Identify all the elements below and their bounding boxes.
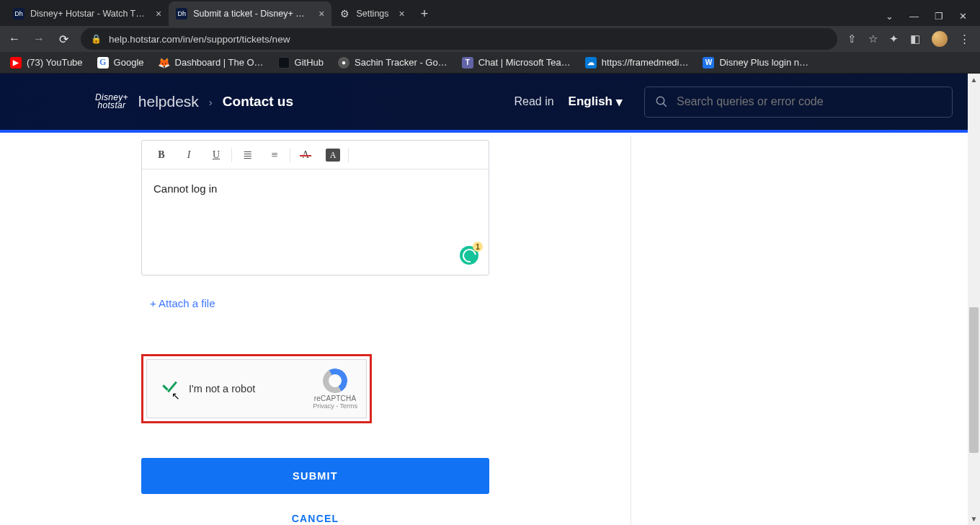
read-in-label: Read in [514,95,553,108]
language-selector[interactable]: English ▾ [569,94,623,110]
bookmark-google[interactable]: GGoogle [97,57,144,69]
underline-button[interactable]: U [202,149,230,161]
description-editor: B I U A A Cannot log in 1 [141,140,489,275]
helpdesk-label[interactable]: helpdesk [138,93,199,110]
new-tab-button[interactable]: + [412,1,437,26]
search-icon [655,95,668,108]
browser-tabs: Dh Disney+ Hotstar - Watch TV Shows × Dh… [6,1,873,26]
bookmark-teams[interactable]: TChat | Microsoft Tea… [462,57,571,69]
site-header: Disney+ hotstar helpdesk › Contact us Re… [0,74,980,133]
recaptcha-branding: reCAPTCHA Privacy - Terms [313,369,357,410]
fox-icon: 🦊 [159,57,170,69]
scroll-down-button[interactable]: ▼ [968,513,980,525]
toolbar-separator [348,148,349,162]
w-icon: W [703,57,714,69]
bookmark-tracker[interactable]: ●Sachin Tracker - Go… [338,57,447,69]
grammarly-badge: 1 [473,242,483,252]
tab-favicon: Dh [176,8,187,19]
github-icon [278,57,290,69]
editor-textarea[interactable]: Cannot log in 1 [142,169,489,275]
bookmark-dashboard[interactable]: 🦊Dashboard | The O… [159,57,264,69]
bookmark-github[interactable]: GitHub [278,57,324,69]
text-color-button[interactable]: A [292,149,319,161]
brand-logo[interactable]: Disney+ hotstar [95,94,128,110]
scrollbar-thumb[interactable] [969,307,979,453]
bookmark-youtube[interactable]: ▶(73) YouTube [10,57,83,69]
ticket-form: B I U A A Cannot log in 1 + Attach a fil… [112,136,631,525]
bullet-list-button[interactable] [233,148,261,162]
numbered-list-button[interactable] [261,149,288,162]
globe-icon: ● [338,57,349,69]
browser-address-bar: ← → ⟳ 🔒 help.hotstar.com/in/en/support/t… [0,26,980,52]
teams-icon: T [462,57,473,69]
nav-back-button[interactable]: ← [7,32,22,45]
window-minimize-icon[interactable]: ― [909,11,919,22]
google-icon: G [97,57,109,69]
attach-file-link[interactable]: + Attach a file [141,297,602,309]
tab-favicon: Dh [13,8,24,19]
svg-point-0 [656,97,664,105]
tab-title: Disney+ Hotstar - Watch TV Shows [30,9,146,19]
cursor-icon: ↖ [172,390,180,402]
svg-line-1 [663,103,667,107]
gear-icon: ⚙ [339,8,350,19]
sidepanel-icon[interactable]: ◧ [910,32,920,45]
lock-icon: 🔒 [91,34,102,44]
browser-tab-1[interactable]: Dh Submit a ticket - Disney+ Hotstar × [169,1,331,26]
profile-avatar[interactable] [932,31,948,47]
submit-button[interactable]: SUBMIT [141,458,489,494]
extensions-icon[interactable]: ✦ [889,32,899,45]
url-text: help.hotstar.com/in/en/support/tickets/n… [109,34,290,45]
nav-forward-button[interactable]: → [32,32,46,45]
window-controls: ⌄ ― ❐ ✕ [873,11,980,26]
chevron-down-icon[interactable]: ⌄ [886,11,894,22]
cancel-button[interactable]: CANCEL [141,513,489,524]
highlight-button[interactable]: A [326,149,340,162]
bookmark-star-icon[interactable]: ☆ [868,32,878,45]
tab-close-icon[interactable]: × [318,8,324,19]
recaptcha-icon [323,369,347,393]
tab-title: Settings [356,9,388,19]
captcha-highlight: ↖ I'm not a robot reCAPTCHA Privacy - Te… [141,354,372,423]
nav-reload-button[interactable]: ⟳ [56,32,71,46]
tab-title: Submit a ticket - Disney+ Hotstar [193,9,308,19]
toolbar-separator [290,148,290,162]
window-close-icon[interactable]: ✕ [959,11,967,22]
chevron-down-icon: ▾ [616,94,623,110]
omnibox[interactable]: 🔒 help.hotstar.com/in/en/support/tickets… [81,28,837,50]
grammarly-icon[interactable]: 1 [460,246,478,265]
cloud-icon: ☁ [585,57,597,69]
bookmark-disneyplus[interactable]: WDisney Plus login n… [703,57,808,69]
browser-tab-2[interactable]: ⚙ Settings × [331,1,411,26]
breadcrumb-current: Contact us [223,94,293,110]
window-maximize-icon[interactable]: ❐ [935,11,943,22]
editor-toolbar: B I U A A [142,141,489,169]
browser-titlebar: Dh Disney+ Hotstar - Watch TV Shows × Dh… [0,0,980,26]
kebab-menu-icon[interactable]: ⋮ [959,32,970,45]
scrollbar-track[interactable] [968,74,980,525]
breadcrumb-chevron-icon: › [209,96,213,108]
share-icon[interactable]: ⇧ [847,32,857,45]
bold-button[interactable]: B [148,149,175,161]
toolbar-separator [231,148,232,162]
tab-close-icon[interactable]: × [156,8,161,19]
browser-tab-0[interactable]: Dh Disney+ Hotstar - Watch TV Shows × [6,1,169,26]
captcha-label: I'm not a robot [189,383,255,394]
bookmarks-bar: ▶(73) YouTube GGoogle 🦊Dashboard | The O… [0,52,980,74]
search-input[interactable] [677,95,942,108]
header-search[interactable] [644,87,953,118]
recaptcha-widget[interactable]: ↖ I'm not a robot reCAPTCHA Privacy - Te… [146,359,367,418]
tab-close-icon[interactable]: × [399,8,405,19]
brand-block: Disney+ hotstar helpdesk › Contact us [95,93,293,110]
italic-button[interactable]: I [175,149,202,161]
scroll-up-button[interactable]: ▲ [968,74,980,86]
bookmark-framedmedia[interactable]: ☁https://framedmedi… [585,57,689,69]
editor-content: Cannot log in [153,182,217,195]
youtube-icon: ▶ [10,57,22,69]
